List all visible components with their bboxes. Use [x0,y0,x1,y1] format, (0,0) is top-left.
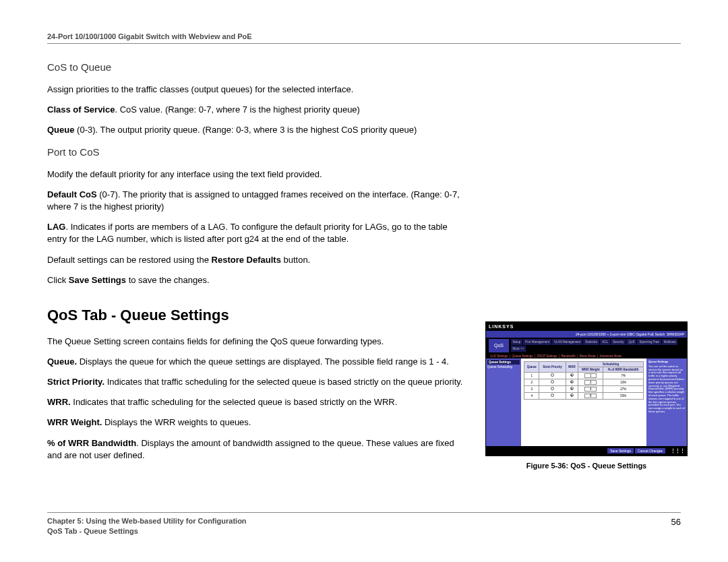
cell-queue: 1 [524,372,539,379]
col-pct: % of WRR Bandwidth [603,367,644,372]
figure-right-panel: Queue Settings You can set the switch to… [646,358,687,446]
scheduling-table: Queue Strict Priority WRR Scheduling WRR… [524,361,644,400]
col-wrr: WRR [566,361,578,372]
save-text-b: to save the changes. [126,275,210,285]
wrr-text: Indicates that traffic scheduling for th… [71,397,398,407]
tab-setup: Setup [511,339,523,345]
footer-chapter: Chapter 5: Using the Web-based Utility f… [47,517,247,527]
save-settings-para: Click Save Settings to save the changes. [47,274,465,286]
queue-label: Queue [47,125,74,135]
table-row: 117% [524,372,644,379]
strict-priority-text: Indicates that traffic scheduling for th… [104,377,462,387]
col-scheduling: Scheduling [578,361,644,367]
wrr-weight-text: Displays the WRR weights to queues. [102,417,251,427]
subnav-basic: Basic Mode [580,354,596,358]
right-panel-text: You can set the switch to service the qu… [648,365,685,414]
qos-intro: The Queue Setting screen contains fields… [47,336,465,348]
class-of-service-label: Class of Service [47,104,115,115]
tab-security: Security [611,339,626,345]
figure-sidebar: Queue Settings Queue Scheduling [486,358,521,446]
port-to-cos-heading: Port to CoS [47,145,465,159]
sidebar-header: Queue Settings [487,360,520,365]
wrr-label: WRR. [47,397,71,407]
qos-queue-text: Displays the queue for which the queue s… [77,356,449,367]
wrr-weight-label: WRR Weight. [47,417,102,427]
lag-label: LAG [47,222,65,232]
banner-text: 24-port 10/100/1000 + 2-port mini GBIC G… [576,332,665,336]
cell-queue: 3 [524,385,539,392]
port-to-cos-intro: Modify the default priority for any inte… [47,168,465,181]
subnav-advanced: Advanced Mode [599,354,621,358]
cell-strict [539,385,566,392]
cos-to-queue-heading: CoS to Queue [47,60,465,74]
tab-vlan-mgmt: VLAN Management [552,339,582,345]
queue-para: Queue (0-3). The output priority queue. … [47,124,465,136]
cell-wrr-weight: 2 [578,379,603,385]
wrr-bandwidth-label: % of WRR Bandwidth [47,438,136,448]
footer-section: QoS Tab - Queue Settings [47,527,681,535]
cell-strict [539,392,566,399]
wrr-weight-para: WRR Weight. Displays the WRR weights to … [47,416,465,429]
cos-to-queue-intro: Assign priorities to the traffic classes… [47,84,465,96]
cell-wrr [566,372,578,379]
cell-pct: 7% [603,372,644,379]
tab-acl: ACL [600,339,610,345]
page-number: 56 [671,517,681,527]
brand-logo: LINKSYS [489,324,514,329]
cancel-changes-button: Cancel Changes [635,448,665,454]
restore-text-b: button. [281,255,310,265]
qos-tab-heading: QoS Tab - Queue Settings [47,305,465,326]
figure-caption: Figure 5-36: QoS - Queue Settings [485,462,688,470]
cell-strict [539,379,566,385]
save-settings-label: Save Settings [69,275,126,285]
tab-more: More >> [511,346,526,352]
cell-wrr [566,385,578,392]
lag-para: LAG. Indicates if ports are members of a… [47,221,465,245]
strict-priority-para: Strict Priority. Indicates that traffic … [47,376,465,388]
page-footer: Chapter 5: Using the Web-based Utility f… [47,512,681,535]
col-queue: Queue [524,361,539,372]
figure-nav: QoS Setup Port Management VLAN Managemen… [486,338,687,354]
wrr-bandwidth-para: % of WRR Bandwidth. Displays the amount … [47,437,465,462]
nav-current-tab: QoS [489,339,509,352]
cell-pct: 27% [603,385,644,392]
col-strict: Strict Priority [539,361,566,372]
subnav-cos: CoS Settings [490,354,508,358]
tab-qos: QoS [626,339,636,345]
cell-strict [539,372,566,379]
sidebar-item-queue-scheduling: Queue Scheduling [487,365,520,369]
header-divider [47,43,681,44]
content-area: CoS to Queue Assign priorities to the tr… [47,56,681,470]
restore-defaults-label: Restore Defaults [212,255,281,265]
col-wrr-weight: WRR Weight [578,367,603,372]
subnav-dscp: DSCP Settings [537,354,557,358]
default-cos-para: Default CoS (0-7). The priority that is … [47,189,465,213]
nav-tabs: Setup Port Management VLAN Management St… [510,339,684,352]
text-column: CoS to Queue Assign priorities to the tr… [47,56,465,470]
cell-wrr [566,392,578,399]
figure-titlebar: LINKSYS [486,322,687,331]
subnav-bandwidth: Bandwidth [562,354,576,358]
figure-body: Queue Settings Queue Scheduling Queue St… [486,358,687,446]
figure-main: Queue Strict Priority WRR Scheduling WRR… [521,358,646,446]
tab-spanning-tree: Spanning Tree [637,339,661,345]
save-text-a: Click [47,275,69,285]
cell-wrr-weight: 1 [578,372,603,379]
cell-pct: 53% [603,392,644,399]
cell-pct: 13% [603,379,644,385]
default-cos-label: Default CoS [47,189,97,199]
tab-multicast: Multicast [662,339,678,345]
lag-text: . Indicates if ports are members of a LA… [47,222,448,244]
restore-defaults-para: Default settings can be restored using t… [47,254,465,266]
right-panel-title: Queue Settings [648,361,685,364]
cell-queue: 2 [524,379,539,385]
strict-priority-label: Strict Priority. [47,377,104,387]
wrr-para: WRR. Indicates that traffic scheduling f… [47,396,465,408]
subnav-queue: Queue Settings [512,354,533,358]
footer-divider [47,512,681,513]
cisco-logo-icon: ⋮⋮⋮ [671,448,685,454]
queue-text: (0-3). The output priority queue. (Range… [74,125,417,135]
table-row: 2213% [524,379,644,385]
figure-column: LINKSYS 24-port 10/100/1000 + 2-port min… [485,56,688,470]
default-cos-text: (0-7). The priority that is assigned to … [47,189,460,212]
